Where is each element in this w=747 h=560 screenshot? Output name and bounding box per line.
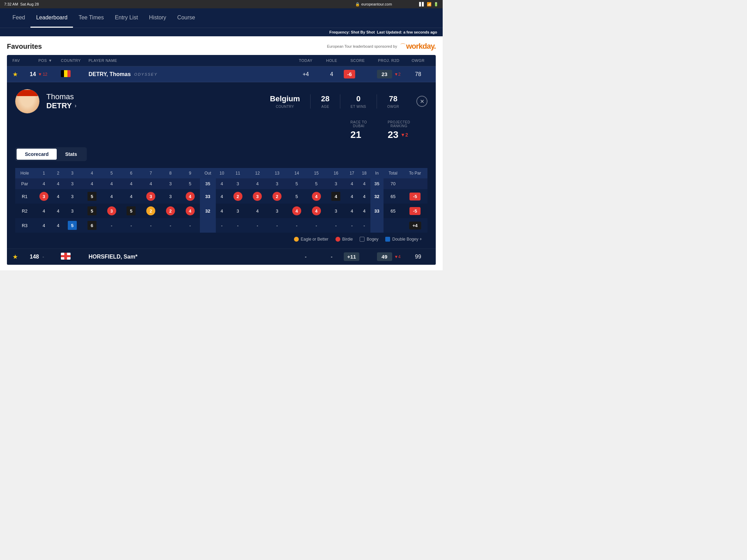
eagle-indicator bbox=[294, 237, 299, 242]
player-row-detry: ★ 14 ▼ 12 DETRY, Thomas ODYSSEY bbox=[7, 66, 436, 82]
r3-row: R3 4 4 5 6 - - - - - - - - - bbox=[15, 218, 427, 233]
owgr-detry: 78 bbox=[406, 71, 430, 77]
player-name-large: Thomas DETRY › bbox=[46, 92, 76, 110]
down-arrow-horsfield-icon: ▼ bbox=[394, 254, 398, 259]
header-proj-r2d: Proj. R2D bbox=[371, 58, 406, 63]
score-badge-detry: -6 bbox=[344, 71, 371, 77]
race-to-dubai: RACE TODUBAI 21 bbox=[350, 120, 367, 140]
pos-cell-horsfield: 148 - bbox=[30, 254, 61, 260]
proj-cell-horsfield: 49 ▼ 4 bbox=[371, 252, 406, 261]
status-bar: 7:32 AM Sat Aug 28 🔒 europeantour.com ▋▋… bbox=[0, 0, 443, 8]
race-row: RACE TODUBAI 21 PROJECTEDRANKING 23 ▼ 2 bbox=[15, 120, 427, 140]
sort-arrow-pos: ▼ bbox=[48, 58, 52, 63]
header-player-name: Player Name bbox=[89, 58, 292, 63]
proj-change-horsfield: ▼ 4 bbox=[394, 254, 401, 259]
stats-tab[interactable]: Stats bbox=[57, 149, 85, 160]
header-owgr: OWGR bbox=[406, 58, 430, 63]
bogey-indicator bbox=[360, 237, 365, 242]
status-icons: ▋▋ 📶 🔋 bbox=[419, 2, 439, 7]
pos-cell-detry: 14 ▼ 12 bbox=[30, 71, 61, 77]
signal-icon: ▋▋ bbox=[419, 2, 425, 7]
leaderboard-container: Fav Pos ▼ Country Player Name Today Hole… bbox=[7, 55, 436, 265]
nav-history[interactable]: History bbox=[144, 8, 172, 28]
par-row: Par 4 4 3 4 4 4 4 3 5 35 4 3 4 3 bbox=[15, 178, 427, 189]
legend-eagle: Eagle or Better bbox=[294, 237, 329, 242]
fav-star-horsfield[interactable]: ★ bbox=[12, 253, 30, 261]
scorecard-table: Hole 1 2 3 4 5 6 7 8 9 Out 10 11 12 bbox=[15, 168, 427, 233]
stat-et-wins: 0 ET WINS bbox=[340, 94, 377, 109]
player-stats-grid: Belgium COUNTRY 28 AGE 0 ET WINS 78 OWGR bbox=[83, 94, 409, 109]
scorecard-legend: Eagle or Better Birdie Bogey Double Boge… bbox=[15, 233, 427, 242]
flag-england bbox=[61, 253, 89, 261]
owgr-horsfield: 99 bbox=[406, 254, 430, 260]
hole-detry: 4 bbox=[320, 71, 344, 77]
favourites-header: Favourites European Tour leaderboard spo… bbox=[7, 42, 436, 51]
stat-age: 28 AGE bbox=[311, 94, 340, 109]
player-info-row: Thomas DETRY › Belgium COUNTRY 28 AGE bbox=[15, 89, 427, 113]
hole-header-row: Hole 1 2 3 4 5 6 7 8 9 Out 10 11 12 bbox=[15, 168, 427, 178]
lock-icon: 🔒 bbox=[355, 2, 360, 7]
scorecard-tab[interactable]: Scorecard bbox=[17, 149, 57, 160]
today-detry: +4 bbox=[292, 71, 320, 77]
info-bar: Frequency: Shot By Shot Last Updated: a … bbox=[0, 28, 443, 36]
nav-course[interactable]: Course bbox=[172, 8, 201, 28]
down-arrow-icon: ▼ bbox=[38, 72, 42, 77]
leaderboard-header: Fav Pos ▼ Country Player Name Today Hole… bbox=[7, 55, 436, 66]
workday-logo: ⌒ workday. bbox=[400, 42, 436, 51]
player-avatar-detry bbox=[15, 89, 39, 113]
birdie-indicator bbox=[335, 237, 340, 242]
double-bogey-indicator bbox=[385, 237, 390, 242]
chevron-right-icon: › bbox=[75, 103, 76, 109]
main-content: Favourites European Tour leaderboard spo… bbox=[0, 36, 443, 270]
fav-star-detry[interactable]: ★ bbox=[12, 71, 30, 78]
legend-double-bogey: Double Bogey + bbox=[385, 237, 422, 242]
today-horsfield: - bbox=[292, 254, 320, 260]
close-detail-button[interactable]: ✕ bbox=[416, 96, 427, 107]
legend-bogey: Bogey bbox=[360, 237, 378, 242]
down-arrow-proj-icon: ▼ bbox=[394, 72, 398, 77]
battery-icon: 🔋 bbox=[434, 2, 439, 7]
player-name-detry: DETRY, Thomas ODYSSEY bbox=[89, 71, 292, 77]
down-arrow-rank-icon: ▼ bbox=[400, 132, 405, 138]
nav-bar: Feed Leaderboard Tee Times Entry List Hi… bbox=[0, 8, 443, 28]
pos-change-detry: ▼ 12 bbox=[38, 72, 47, 77]
status-time: 7:32 AM Sat Aug 28 bbox=[4, 2, 39, 6]
stat-owgr-detail: 78 OWGR bbox=[377, 94, 409, 109]
th-hole: Hole bbox=[15, 168, 34, 178]
player-detail-detry: Thomas DETRY › Belgium COUNTRY 28 AGE bbox=[7, 82, 436, 249]
r1-row: R1 3 4 3 5 4 4 3 3 4 33 4 2 3 2 bbox=[15, 189, 427, 204]
url-bar: 🔒 europeantour.com bbox=[355, 2, 392, 7]
header-pos: Pos ▼ bbox=[30, 58, 61, 63]
proj-change-detry: ▼ 2 bbox=[394, 72, 401, 77]
projected-ranking: PROJECTEDRANKING 23 ▼ 2 bbox=[388, 120, 410, 140]
proj-cell-detry: 23 ▼ 2 bbox=[371, 70, 406, 78]
sponsor-area: European Tour leaderboard sponsored by ⌒… bbox=[327, 42, 436, 51]
nav-feed[interactable]: Feed bbox=[7, 8, 30, 28]
header-fav: Fav bbox=[12, 58, 30, 63]
stat-country: Belgium COUNTRY bbox=[260, 94, 311, 109]
wifi-icon: 📶 bbox=[427, 2, 432, 7]
proj-rank-change: ▼ 2 bbox=[400, 132, 408, 138]
favourites-title: Favourites bbox=[7, 43, 42, 50]
player-name-horsfield: HORSFIELD, Sam* bbox=[89, 254, 292, 260]
nav-leaderboard[interactable]: Leaderboard bbox=[30, 8, 73, 28]
player-row-horsfield: ★ 148 - HORSFIELD, Sam* - - +11 49 bbox=[7, 249, 436, 265]
header-country: Country bbox=[61, 58, 89, 63]
flag-belgium bbox=[61, 70, 89, 78]
header-score: Score bbox=[344, 58, 371, 63]
nav-tee-times[interactable]: Tee Times bbox=[73, 8, 109, 28]
header-hole: Hole bbox=[320, 58, 344, 63]
r2-row: R2 4 4 3 5 3 5 2 2 4 32 4 3 4 3 bbox=[15, 204, 427, 218]
legend-birdie: Birdie bbox=[335, 237, 353, 242]
score-badge-horsfield: +11 bbox=[344, 254, 371, 260]
scorecard-tabs: Scorecard Stats bbox=[15, 147, 87, 161]
header-today: Today bbox=[292, 58, 320, 63]
hole-horsfield: - bbox=[320, 254, 344, 260]
nav-entry-list[interactable]: Entry List bbox=[109, 8, 144, 28]
